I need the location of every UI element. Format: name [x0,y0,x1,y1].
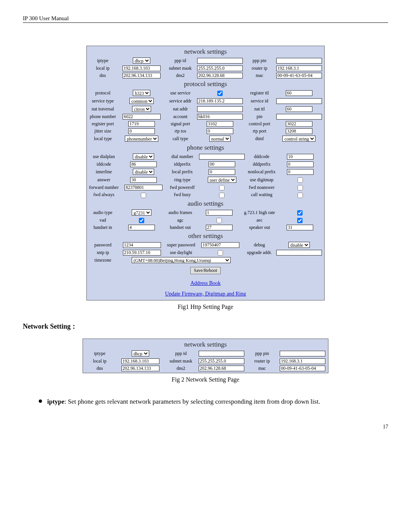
label-ppppin: ppp pin [244,57,275,65]
checkbox-callwaiting[interactable] [298,193,303,198]
fig1-caption: Fig1 Http Setting Page [23,304,388,310]
checkbox-usedigitmap[interactable] [298,177,303,183]
checkbox-fwdalways[interactable] [141,193,146,198]
select-timezone[interactable]: (GMT+08:00)Beijing,Hong Kong,Urumqi [132,257,231,263]
save-reboot-button[interactable]: Save/Reboot [190,267,220,274]
input-dddcode[interactable] [287,154,314,160]
select-dtmf[interactable]: control string [282,136,315,142]
checkbox-vad[interactable] [139,218,144,223]
input-registerttl[interactable] [286,90,312,96]
input-controlport[interactable] [286,121,312,127]
checkbox-usedaylight[interactable] [218,250,223,256]
input-account[interactable] [197,114,243,120]
checkbox-fwdnoanswer[interactable] [298,185,303,190]
label-registerport: register port [88,120,118,128]
input-ppppin-2[interactable] [280,351,325,356]
input-serviceid[interactable] [276,98,322,104]
input-serviceaddr[interactable] [197,98,243,104]
input-handsetout[interactable] [206,225,233,230]
input-registerport[interactable] [128,121,155,127]
input-routerip-2[interactable] [280,358,325,364]
input-dddprefix[interactable] [287,161,314,167]
select-nattraversal[interactable]: citron [132,106,151,112]
checkbox-aec[interactable] [297,218,303,223]
checkbox-agc[interactable] [217,218,222,223]
input-iddcode[interactable] [130,161,157,167]
input-password[interactable] [123,242,161,248]
input-subnet[interactable] [197,66,243,71]
input-signalport[interactable] [207,121,233,127]
select-localtype[interactable]: phonenumber [125,136,158,142]
checkbox-g7231[interactable] [297,210,303,216]
select-protocol[interactable]: h323 [133,90,150,96]
label-iddcode: iddcode [88,161,120,168]
select-iptype-2[interactable]: dhcp [132,350,149,356]
input-natttl[interactable] [286,106,312,112]
input-nataddr[interactable] [197,106,243,112]
label-dddprefix: dddprefix [246,161,277,168]
input-ppppin[interactable] [276,58,322,64]
label-answer: answer [88,176,120,184]
checkbox-fwdpoweroff[interactable] [219,185,225,190]
input-sntpip[interactable] [123,250,161,256]
bullet-dot-icon: ● [38,395,47,407]
network-settings-title: network settings [88,47,323,57]
input-localip-2[interactable] [121,358,159,364]
label-audiotype: audio type [88,209,118,217]
label-useservice: use service [165,89,196,97]
input-iddprefix[interactable] [209,161,235,167]
fig1-settings-panel: network settings iptype dhcp ppp id ppp … [86,46,325,300]
input-dns2[interactable] [197,73,243,78]
label-ringtype: ring type [167,176,198,184]
input-localprefix[interactable] [209,169,235,175]
select-usedialplan[interactable]: disable [133,153,154,160]
label-iddprefix: iddprefix [167,161,198,168]
select-calltype[interactable]: normal [209,136,231,142]
select-debug[interactable]: disable [288,242,310,248]
select-audiotype[interactable]: g7231 [132,209,151,216]
select-ringtype[interactable]: user define [208,177,236,183]
label-localprefix: local prefix [167,168,198,176]
select-servicetype[interactable]: common [129,98,154,104]
label-routerip-2: router ip [246,358,278,365]
input-pin[interactable] [276,114,322,120]
body-bullet: ● iptype: Set phone gets relevant networ… [38,395,388,409]
input-jittersize[interactable] [128,128,155,134]
input-phonenumber[interactable] [123,114,161,120]
select-iptype[interactable]: dhcp [133,58,150,64]
label-callwaiting: call waiting [246,191,277,198]
input-answer[interactable] [130,177,157,183]
input-forwardnumber[interactable] [124,185,162,190]
input-nonlocalprefix[interactable] [287,169,314,175]
input-speakerout[interactable] [287,225,313,230]
input-dns[interactable] [123,73,161,78]
input-pppid[interactable] [197,58,243,64]
input-subnet-2[interactable] [199,358,244,364]
label-mac-2: mac [246,365,278,372]
label-agc: agc [165,217,196,224]
address-book-link[interactable]: Address Book [190,280,221,286]
label-registerttl: register ttl [244,89,275,97]
input-handsetin[interactable] [128,225,155,230]
input-pppid-2[interactable] [199,351,244,356]
label-localtype: local type [88,135,118,143]
label-dialnumber: dial number [167,153,198,161]
input-rtptos[interactable] [207,128,233,134]
input-dns-2[interactable] [121,366,159,371]
input-audioframes[interactable] [206,210,233,216]
checkbox-fwdbusy[interactable] [219,193,225,198]
select-innerline[interactable]: disable [133,169,154,175]
input-dns2-2[interactable] [199,366,244,371]
input-mac-2[interactable] [280,366,325,371]
checkbox-useservice[interactable] [217,91,223,96]
input-superpassword[interactable] [201,242,239,248]
input-routerip[interactable] [276,66,322,71]
input-mac[interactable] [276,73,322,78]
label-dns2-2: dns2 [165,365,197,372]
input-upgradeaddr[interactable] [276,250,322,256]
doc-header: IP 300 User Manual [23,15,388,23]
input-localip[interactable] [123,66,161,71]
input-rtpport[interactable] [286,128,312,134]
update-firmware-link[interactable]: Update Firmware, Digitmap and Ring [165,291,246,297]
input-dialnumber[interactable] [199,154,245,160]
